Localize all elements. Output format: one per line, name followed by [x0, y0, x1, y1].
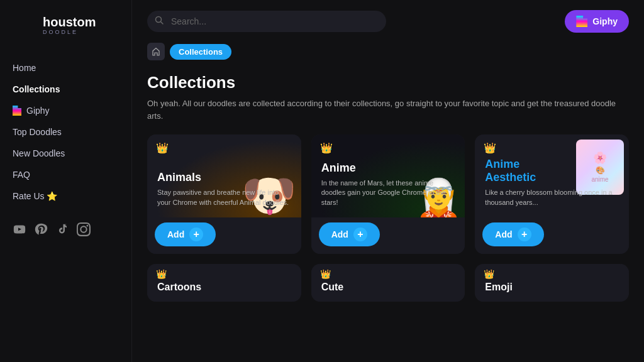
card-animals: 👑 🐶 Animals Stay pawsitive and breathe n… — [147, 134, 301, 254]
logo-hand-icon: 🤚 — [10, 10, 40, 40]
giphy-label: Giphy — [26, 106, 50, 116]
crown-icon-cartoons: 👑 — [156, 269, 167, 279]
home-icon — [152, 47, 160, 56]
card-anime-aesthetic: 👑 🌸 🎨 anime AnimeAesthetic Like a cherry… — [475, 134, 629, 254]
giphy-button-label: Giphy — [592, 16, 618, 26]
sidebar-item-home[interactable]: Home — [10, 58, 131, 78]
logo-text: houstom — [43, 15, 96, 29]
page-title: Collections — [147, 73, 629, 92]
new-doodles-label: New Doodles — [13, 148, 65, 158]
instagram-icon[interactable] — [77, 222, 91, 236]
animals-title: Animals — [157, 171, 291, 184]
collections-label: Collections — [13, 84, 60, 94]
sidebar-item-new-doodles[interactable]: New Doodles — [10, 143, 131, 163]
crown-icon-emoji: 👑 — [484, 269, 494, 279]
anime-add-plus-icon: + — [353, 228, 367, 241]
card-cartoons: 👑 Cartoons — [147, 264, 301, 302]
giphy-sidebar-icon — [13, 106, 21, 116]
card-cute: 👑 Cute — [311, 264, 465, 302]
anime-footer: Add + — [311, 217, 465, 254]
card-emoji: 👑 Emoji — [475, 264, 629, 302]
top-doodles-label: Top Doodles — [13, 127, 62, 137]
svg-text:🤚: 🤚 — [11, 13, 40, 40]
giphy-button-icon — [576, 16, 587, 27]
search-input[interactable] — [147, 11, 386, 32]
cartoons-title: Cartoons — [157, 282, 291, 293]
topbar: Giphy — [147, 10, 629, 33]
anime-desc: In the name of Mars, let these anime doo… — [321, 178, 455, 207]
main-content: Giphy Collections Collections Oh yeah. A… — [132, 0, 644, 362]
sidebar-item-rate-us[interactable]: Rate Us ⭐ — [10, 186, 131, 206]
search-icon — [155, 16, 164, 27]
animals-footer: Add + — [147, 217, 301, 254]
cute-title: Cute — [321, 282, 455, 293]
sidebar-item-collections[interactable]: Collections — [10, 79, 131, 99]
faq-label: FAQ — [13, 170, 30, 180]
crown-icon-cute: 👑 — [320, 269, 331, 279]
social-icons — [10, 222, 131, 236]
sidebar-item-giphy[interactable]: Giphy — [10, 101, 131, 121]
aesthetic-title: AnimeAesthetic — [485, 158, 619, 184]
crown-icon-animals: 👑 — [156, 142, 169, 154]
animals-desc: Stay pawsitive and breathe new life into… — [157, 188, 291, 207]
anime-title: Anime — [321, 162, 455, 175]
anime-add-button[interactable]: Add + — [319, 222, 380, 246]
pinterest-icon[interactable] — [34, 222, 48, 236]
home-label: Home — [13, 63, 36, 73]
animals-add-plus-icon: + — [189, 228, 203, 241]
giphy-button[interactable]: Giphy — [565, 10, 629, 33]
card-anime: 👑 🧝 Anime In the name of Mars, let these… — [311, 134, 465, 254]
aesthetic-add-button[interactable]: Add + — [482, 222, 543, 246]
tiktok-icon[interactable] — [55, 222, 69, 236]
youtube-icon[interactable] — [13, 222, 26, 236]
emoji-title: Emoji — [485, 282, 619, 293]
aesthetic-footer: Add + — [475, 217, 629, 254]
aesthetic-add-plus-icon: + — [518, 228, 531, 241]
aesthetic-desc: Like a cherry blossom blooming once in a… — [485, 188, 619, 207]
logo-subtext: doodle — [43, 29, 96, 35]
breadcrumb: Collections — [147, 43, 629, 60]
sidebar-item-top-doodles[interactable]: Top Doodles — [10, 122, 131, 142]
breadcrumb-home[interactable] — [147, 43, 165, 60]
crown-icon-anime: 👑 — [320, 142, 333, 154]
logo: 🤚 houstom doodle — [10, 10, 131, 40]
sidebar-item-faq[interactable]: FAQ — [10, 165, 131, 185]
animals-add-button[interactable]: Add + — [155, 222, 216, 246]
rate-us-label: Rate Us ⭐ — [13, 191, 57, 201]
page-description: Oh yeah. All our doodles are collected a… — [147, 97, 629, 122]
crown-icon-aesthetic: 👑 — [484, 142, 496, 154]
cards-grid: 👑 🐶 Animals Stay pawsitive and breathe n… — [147, 134, 629, 302]
breadcrumb-current[interactable]: Collections — [170, 44, 231, 60]
main-nav: Home Collections Giphy Top Doodles New D… — [10, 58, 131, 207]
search-wrapper — [147, 11, 386, 32]
sidebar: 🤚 houstom doodle Home Collections Giphy … — [0, 0, 132, 362]
